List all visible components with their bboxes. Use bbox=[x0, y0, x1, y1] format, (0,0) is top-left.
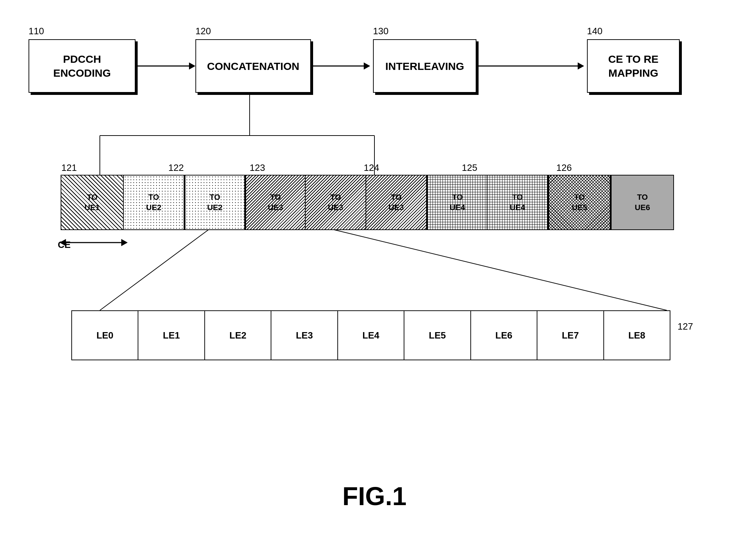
svg-marker-5 bbox=[578, 62, 584, 70]
ref-130: 130 bbox=[373, 26, 388, 37]
ce-cell-ue4a: TOUE4 bbox=[427, 176, 487, 229]
ref-124: 124 bbox=[364, 162, 379, 173]
ref-126: 126 bbox=[556, 162, 572, 173]
le-cell-0: LE0 bbox=[72, 311, 138, 360]
ce-strip: TOUE1 TOUE2 TOUE2 TOUE3 TOUE3 TOUE3 TOUE… bbox=[61, 175, 674, 230]
ref-140: 140 bbox=[587, 26, 602, 37]
ce-cell-ue6: TOUE6 bbox=[611, 176, 673, 229]
svg-marker-1 bbox=[189, 62, 195, 70]
ce-label: CE bbox=[58, 237, 71, 250]
le-cell-6: LE6 bbox=[471, 311, 537, 360]
ref-122: 122 bbox=[168, 162, 184, 173]
ref-121: 121 bbox=[61, 162, 77, 173]
svg-marker-3 bbox=[364, 62, 370, 70]
ce-cell-ue5: TOUE5 bbox=[548, 176, 611, 229]
ref-110: 110 bbox=[29, 26, 44, 37]
box-ce-to-re-mapping: CE TO RE MAPPING bbox=[587, 39, 680, 93]
ce-cell-ue2b: TOUE2 bbox=[184, 176, 245, 229]
ce-cell-ue1: TOUE1 bbox=[61, 176, 124, 229]
fig-label: FIG.1 bbox=[285, 482, 464, 511]
box-concatenation: CONCATENATION bbox=[195, 39, 311, 93]
le-cell-7: LE7 bbox=[537, 311, 604, 360]
le-strip: LE0 LE1 LE2 LE3 LE4 LE5 LE6 LE7 LE8 bbox=[71, 310, 670, 360]
ref-125: 125 bbox=[462, 162, 477, 173]
box-interleaving: INTERLEAVING bbox=[373, 39, 476, 93]
le-cell-1: LE1 bbox=[138, 311, 205, 360]
le-cell-5: LE5 bbox=[404, 311, 471, 360]
ce-cell-ue3b: TOUE3 bbox=[306, 176, 366, 229]
box-pdcch-encoding: PDCCH ENCODING bbox=[29, 39, 136, 93]
svg-line-12 bbox=[328, 228, 667, 310]
ce-cell-ue4b: TOUE4 bbox=[487, 176, 548, 229]
ref-120: 120 bbox=[195, 26, 211, 37]
le-cell-2: LE2 bbox=[205, 311, 271, 360]
ce-cell-ue3c: TOUE3 bbox=[366, 176, 427, 229]
diagram: PDCCH ENCODING 110 CONCATENATION 120 INT… bbox=[0, 0, 756, 539]
svg-line-11 bbox=[100, 228, 210, 310]
svg-marker-17 bbox=[121, 239, 128, 246]
ref-127: 127 bbox=[678, 321, 693, 332]
le-cell-3: LE3 bbox=[271, 311, 338, 360]
ce-cell-ue2a: TOUE2 bbox=[124, 176, 184, 229]
ref-123: 123 bbox=[250, 162, 265, 173]
le-cell-4: LE4 bbox=[338, 311, 404, 360]
ce-cell-ue3a: TOUE3 bbox=[245, 176, 306, 229]
le-cell-8: LE8 bbox=[604, 311, 670, 360]
